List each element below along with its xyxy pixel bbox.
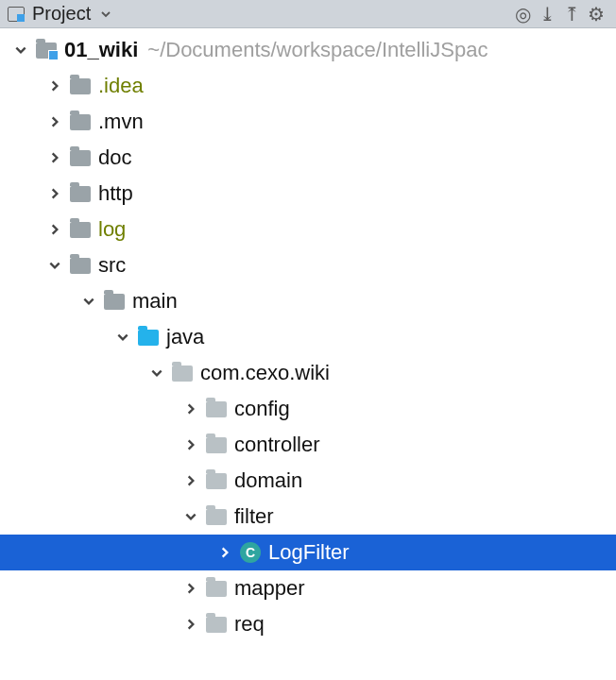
tree-item-label: log	[98, 217, 126, 242]
tree-item-domain[interactable]: domain	[0, 463, 616, 499]
tree-item-main[interactable]: main	[0, 283, 616, 319]
gear-icon[interactable]: ⚙	[584, 3, 608, 26]
package-icon	[204, 469, 229, 492]
chevron-right-icon[interactable]	[42, 115, 68, 128]
folder-icon	[68, 146, 93, 169]
chevron-right-icon[interactable]	[42, 223, 68, 236]
tree-item-label: .idea	[98, 74, 144, 98]
class-icon: C	[238, 541, 263, 564]
chevron-down-icon[interactable]	[144, 366, 170, 380]
tree-item-filter[interactable]: filter	[0, 499, 616, 535]
source-folder-icon	[136, 326, 161, 348]
tree-item-label: src	[98, 253, 126, 278]
tree-item-label: mapper	[234, 576, 305, 601]
tree-item-config[interactable]: config	[0, 391, 616, 427]
tree-root-label: 01_wiki	[64, 38, 138, 62]
tree-item-doc[interactable]: doc	[0, 140, 616, 176]
chevron-right-icon[interactable]	[178, 402, 204, 416]
tree-item-mapper[interactable]: mapper	[0, 570, 616, 606]
tree-item-label: LogFilter	[268, 540, 350, 565]
folder-icon	[68, 254, 93, 277]
project-toolbar: Project ◎ ⤓ ⤒ ⚙	[0, 0, 616, 28]
folder-icon	[102, 290, 127, 313]
download-icon[interactable]: ⤓	[535, 3, 559, 26]
tree-item-label: .mvn	[98, 110, 144, 134]
tree-root-row[interactable]: 01_wiki ~/Documents/workspace/IntelliJSp…	[0, 32, 616, 68]
chevron-right-icon[interactable]	[178, 582, 204, 595]
chevron-right-icon[interactable]	[212, 546, 238, 559]
chevron-down-icon[interactable]	[76, 295, 102, 308]
tree-item-label: req	[234, 612, 265, 637]
tree-item-log[interactable]: log	[0, 212, 616, 247]
tree-item-label: controller	[234, 433, 319, 457]
folder-icon	[68, 110, 93, 133]
chevron-right-icon[interactable]	[42, 151, 68, 164]
chevron-right-icon[interactable]	[42, 187, 68, 200]
package-icon	[204, 434, 229, 456]
chevron-right-icon[interactable]	[178, 438, 204, 451]
chevron-right-icon[interactable]	[178, 474, 204, 487]
tree-item-http[interactable]: http	[0, 176, 616, 212]
tree-item-idea[interactable]: .idea	[0, 68, 616, 104]
upload-icon[interactable]: ⤒	[559, 3, 584, 26]
tree-item-label: doc	[98, 145, 131, 170]
tree-item-label: java	[166, 325, 204, 349]
tree-item-label: config	[234, 397, 290, 421]
tree-root-path: ~/Documents/workspace/IntelliJSpac	[147, 38, 488, 62]
tree-item-java[interactable]: java	[0, 319, 616, 355]
tree-item-label: main	[132, 289, 178, 314]
tree-item-label: com.cexo.wiki	[200, 361, 330, 385]
project-title: Project	[32, 3, 91, 25]
chevron-right-icon[interactable]	[178, 618, 204, 631]
chevron-right-icon[interactable]	[42, 79, 68, 93]
tree-item-controller[interactable]: controller	[0, 427, 616, 463]
chevron-down-icon[interactable]	[178, 510, 204, 523]
folder-icon	[68, 218, 93, 241]
project-dropdown[interactable]: Project	[32, 3, 111, 25]
tree-item-src[interactable]: src	[0, 247, 616, 283]
folder-icon	[68, 75, 93, 97]
tree-item-logfilter[interactable]: CLogFilter	[0, 535, 616, 570]
tree-item-label: domain	[234, 468, 302, 493]
folder-root-icon	[34, 39, 59, 61]
package-icon	[204, 577, 229, 600]
package-icon	[204, 613, 229, 636]
package-icon	[170, 362, 195, 384]
tree-item-req[interactable]: req	[0, 606, 616, 642]
package-icon	[204, 505, 229, 528]
chevron-down-icon[interactable]	[8, 43, 34, 57]
chevron-down-icon	[100, 8, 111, 20]
chevron-down-icon[interactable]	[42, 259, 68, 272]
tree-item-label: filter	[234, 504, 274, 529]
tree-item-mvn[interactable]: .mvn	[0, 104, 616, 140]
chevron-down-icon[interactable]	[110, 331, 136, 344]
project-tree: 01_wiki ~/Documents/workspace/IntelliJSp…	[0, 28, 616, 646]
tree-item-pkg[interactable]: com.cexo.wiki	[0, 355, 616, 391]
folder-icon	[68, 182, 93, 205]
package-icon	[204, 398, 229, 420]
tree-item-label: http	[98, 181, 133, 206]
target-icon[interactable]: ◎	[510, 3, 535, 26]
project-icon	[8, 7, 25, 22]
